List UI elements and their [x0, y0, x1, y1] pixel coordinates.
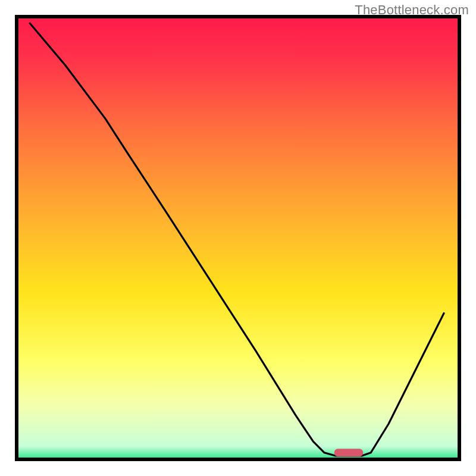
optimum-indicator: [334, 449, 363, 456]
gradient-background: [17, 17, 459, 459]
bottleneck-chart: TheBottleneck.com: [0, 0, 476, 476]
chart-canvas: [0, 0, 476, 476]
watermark-label: TheBottleneck.com: [355, 2, 469, 18]
